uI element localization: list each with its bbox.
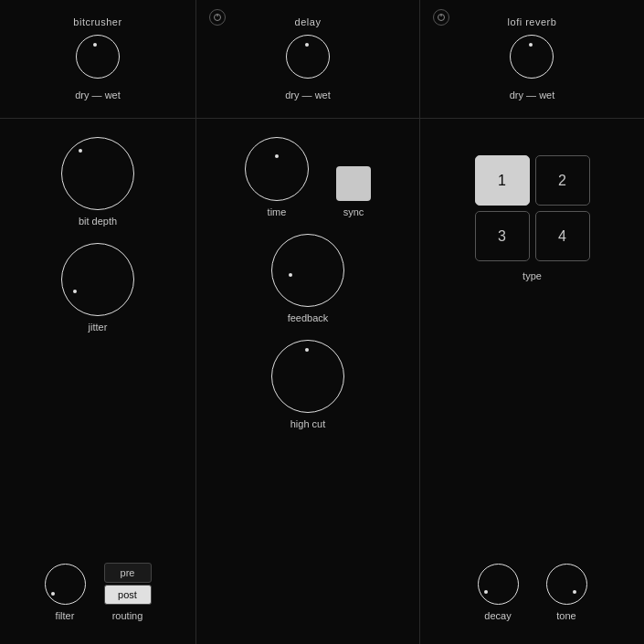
bitcrusher-drywet-label: dry — wet [75,90,121,100]
routing-container: pre post routing [104,563,152,621]
time-dot [275,154,279,158]
reverb-drywet-label: dry — wet [510,90,555,100]
filter-label: filter [56,610,75,621]
bitcrusher-drywet-container: dry — wet [75,35,121,100]
feedback-label: feedback [288,312,329,323]
routing-label: routing [112,610,143,621]
tone-label: tone [556,610,575,621]
sync-button[interactable] [336,166,371,201]
type-btn-3[interactable]: 3 [475,211,530,261]
decay-container: decay [478,564,519,621]
delay-drywet-dot [305,43,309,47]
type-section: 1 2 3 4 type [475,146,590,281]
bitcrusher-top: bitcrusher dry — wet [0,0,195,119]
bitdepth-knob[interactable] [61,137,134,210]
filter-dot [51,592,55,596]
panel-reverb: lofi reverb dry — wet 1 2 3 4 type [420,0,644,644]
decay-dot [484,590,488,594]
type-btn-1[interactable]: 1 [475,155,530,206]
reverb-power-button[interactable] [433,9,449,26]
bitdepth-dot [79,149,82,153]
decay-knob[interactable] [478,564,519,605]
filter-knob[interactable] [45,564,86,605]
delay-power-button[interactable] [209,9,226,26]
feedback-dot [289,273,292,277]
decay-label: decay [484,610,511,621]
type-label: type [523,270,542,281]
time-knob[interactable] [245,137,309,201]
delay-top: delay dry — wet [196,0,419,119]
panel-bitcrusher: bitcrusher dry — wet bit depth jitt [0,0,196,644]
feedback-container: feedback [271,234,344,323]
jitter-container: jitter [61,243,134,333]
reverb-title: lofi reverb [508,16,557,27]
delay-drywet-knob[interactable] [286,35,330,79]
reverb-drywet-knob[interactable] [510,35,554,79]
decay-tone-row: decay tone [478,564,587,635]
feedback-knob[interactable] [271,234,344,307]
main-container: bitcrusher dry — wet bit depth jitt [0,0,644,644]
delay-drywet-container: dry — wet [285,35,331,100]
reverb-bottom: 1 2 3 4 type decay [420,119,644,644]
routing-pre-button[interactable]: pre [104,563,152,583]
routing-post-button[interactable]: post [104,585,152,605]
reverb-drywet-container: dry — wet [510,35,555,100]
tone-knob[interactable] [546,564,587,605]
delay-title: delay [295,16,322,27]
time-label: time [268,206,287,217]
jitter-dot [73,290,77,293]
highcut-knob[interactable] [271,340,344,413]
bitdepth-label: bit depth [79,216,117,227]
delay-drywet-label: dry — wet [285,90,331,100]
bitcrusher-drywet-knob[interactable] [76,35,120,79]
jitter-label: jitter [89,322,108,333]
sync-label: sync [343,206,364,217]
highcut-label: high cut [290,418,326,429]
sync-container: sync [336,166,371,217]
bitdepth-container: bit depth [61,137,134,227]
delay-bottom: time sync feedback high cut [196,119,419,644]
reverb-drywet-dot [529,43,533,47]
filter-container: filter [45,564,86,621]
type-grid: 1 2 3 4 [475,155,590,261]
highcut-container: high cut [271,340,344,429]
bitcrusher-title: bitcrusher [73,16,121,27]
filter-routing-row: filter pre post routing [45,563,152,635]
panel-delay: delay dry — wet time sync [196,0,420,644]
tone-dot [573,590,576,594]
bitcrusher-drywet-dot [93,43,97,47]
routing-buttons: pre post [104,563,152,605]
jitter-knob[interactable] [61,243,134,316]
highcut-dot [305,348,309,352]
type-btn-2[interactable]: 2 [535,155,590,206]
type-btn-4[interactable]: 4 [535,211,590,261]
tone-container: tone [546,564,587,621]
time-container: time [245,137,309,217]
time-sync-row: time sync [245,137,371,217]
reverb-top: lofi reverb dry — wet [420,0,644,119]
bitcrusher-bottom: bit depth jitter filter pre [0,119,195,644]
